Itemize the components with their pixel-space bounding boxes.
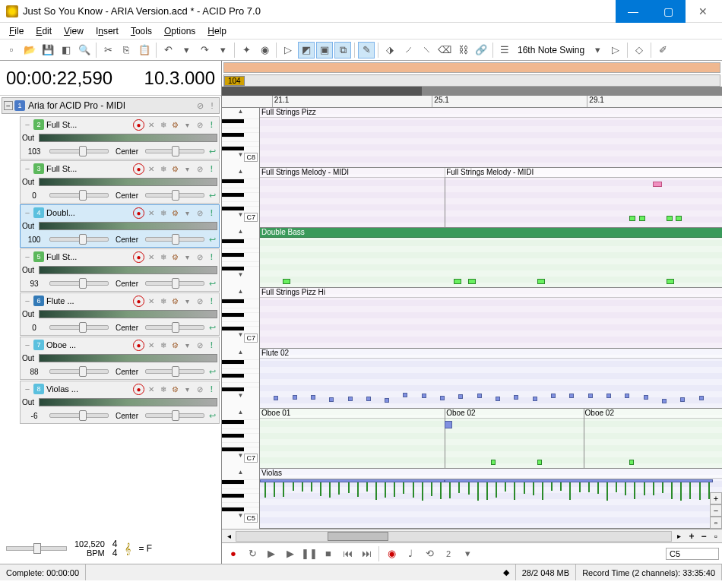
arm-record-icon[interactable]: ● <box>133 384 144 395</box>
hzoom-out[interactable]: − <box>698 531 710 542</box>
volume-slider[interactable] <box>49 413 109 418</box>
octave-down-icon[interactable]: ▼ <box>222 392 259 399</box>
redo-button[interactable]: ↷ <box>196 42 213 58</box>
mute-icon[interactable]: ⊘ <box>194 119 205 131</box>
pan-slider[interactable] <box>145 149 204 153</box>
track-row[interactable]: −5Full St...●✕❄⚙▾⊘!Out93Center↩ <box>20 248 220 292</box>
bus-header[interactable]: − 1 Aria for ACID Pro - MIDI ⊘ ! <box>2 97 220 114</box>
freeze-icon[interactable]: ❄ <box>157 251 169 263</box>
tool-pencil[interactable]: ✎ <box>358 42 375 58</box>
maximize-button[interactable]: ▢ <box>651 0 686 23</box>
input-icon[interactable]: ✕ <box>145 207 157 219</box>
solo-icon[interactable]: ! <box>206 251 217 263</box>
piano-roll-segment[interactable]: ▲▼ <box>222 228 259 288</box>
pan-value[interactable]: Center <box>113 236 141 244</box>
properties-button[interactable]: ◧ <box>58 42 74 58</box>
quantize-button[interactable]: ☰ <box>496 42 513 58</box>
clip-lane[interactable]: Oboe 01Oboe 02Oboe 02 <box>260 409 722 469</box>
clip-header[interactable]: Flute 02 <box>260 349 722 359</box>
mute-icon[interactable]: ⊘ <box>194 163 205 175</box>
fx-drop-icon[interactable]: ▾ <box>182 340 193 351</box>
arm-record-icon[interactable]: ● <box>133 340 144 351</box>
automation-icon[interactable]: ↩ <box>209 323 216 333</box>
pan-value[interactable]: Center <box>113 324 141 332</box>
clip-header[interactable]: Oboe 02 <box>584 409 722 419</box>
volume-slider[interactable] <box>49 281 109 286</box>
tool-time[interactable]: ⧉ <box>334 42 351 58</box>
fx-drop-icon[interactable]: ▾ <box>182 251 193 263</box>
marker-bar[interactable]: 104 <box>223 74 720 87</box>
collapse-icon[interactable]: − <box>22 340 33 350</box>
menu-view[interactable]: View <box>58 24 90 38</box>
clip-lane[interactable]: Double Bass <box>260 228 722 288</box>
clip-lane[interactable]: Flute 02 <box>260 349 722 409</box>
save-button[interactable]: 💾 <box>40 42 56 58</box>
collapse-icon[interactable]: − <box>22 207 33 218</box>
undo-drop[interactable]: ▾ <box>178 42 195 58</box>
menu-insert[interactable]: Insert <box>90 24 125 38</box>
octave-up-icon[interactable]: ▲ <box>222 409 259 416</box>
input-icon[interactable]: ✕ <box>145 163 157 175</box>
go-start-button[interactable]: ⏮ <box>339 545 356 562</box>
event-tool-3[interactable]: ⟍ <box>418 42 435 58</box>
time-ruler[interactable]: 21.125.129.1 <box>222 96 722 108</box>
track-name[interactable]: Flute ... <box>45 296 132 305</box>
paste-button[interactable]: 📋 <box>136 42 153 58</box>
fx-gear-icon[interactable]: ⚙ <box>169 251 181 263</box>
pan-value[interactable]: Center <box>113 280 141 288</box>
scroll-right[interactable]: ▸ <box>672 532 686 540</box>
vzoom-in[interactable]: + <box>710 492 722 504</box>
lock-env-button[interactable]: ◉ <box>256 42 273 58</box>
mute-icon[interactable]: ⊘ <box>194 207 205 219</box>
menu-file[interactable]: File <box>3 24 30 38</box>
mute-icon[interactable]: ⊘ <box>194 296 205 307</box>
track-row[interactable]: −8Violas ...●✕❄⚙▾⊘!Out-6Center↩ <box>20 381 220 424</box>
play-button[interactable]: ▶ <box>282 545 299 562</box>
clip-lane[interactable]: Full Strings Pizz Hi <box>260 288 722 348</box>
pan-slider[interactable] <box>145 413 204 418</box>
bus-name[interactable]: Aria for ACID Pro - MIDI <box>28 100 195 111</box>
erase-button[interactable]: ⌫ <box>436 42 453 58</box>
menu-options[interactable]: Options <box>158 24 201 38</box>
volume-value[interactable]: -6 <box>24 412 45 420</box>
track-name[interactable]: Full St... <box>45 164 132 173</box>
tool-paint[interactable]: ◩ <box>298 42 315 58</box>
loop-play-button[interactable]: ↻ <box>244 545 261 562</box>
input-icon[interactable]: ✕ <box>145 251 157 263</box>
octave-up-icon[interactable]: ▲ <box>222 228 259 235</box>
pan-slider[interactable] <box>145 369 204 374</box>
clip-header[interactable]: Double Bass <box>260 228 722 238</box>
clip-header[interactable]: Oboe 01 <box>260 409 445 419</box>
fx-gear-icon[interactable]: ⚙ <box>169 163 181 175</box>
solo-icon[interactable]: ! <box>206 207 217 219</box>
tempo-slider[interactable] <box>6 546 67 551</box>
pan-value[interactable]: Center <box>113 147 141 156</box>
pan-slider[interactable] <box>145 193 204 198</box>
scroll-track[interactable] <box>236 531 672 542</box>
close-button[interactable]: ✕ <box>686 0 720 23</box>
swing-edit[interactable]: ▷ <box>607 42 624 58</box>
fx-gear-icon[interactable]: ⚙ <box>169 119 181 131</box>
track-row[interactable]: −4Doubl...●✕❄⚙▾⊘!Out100Center↩ <box>20 204 220 248</box>
piano-roll-segment[interactable]: ▲C7▼ <box>222 288 259 348</box>
copy-button[interactable]: ⎘ <box>118 42 135 58</box>
fx-drop-icon[interactable]: ▾ <box>182 207 193 219</box>
collapse-icon[interactable]: − <box>22 251 33 262</box>
fx-drop-icon[interactable]: ▾ <box>182 296 193 307</box>
volume-value[interactable]: 103 <box>24 147 45 156</box>
help-button[interactable]: ✐ <box>654 42 671 58</box>
clip-header[interactable]: Full Strings Pizz Hi <box>260 288 722 298</box>
solo-icon[interactable]: ! <box>206 384 217 395</box>
marker-tool[interactable]: ◇ <box>631 42 648 58</box>
clip-lane[interactable]: Full Strings Melody - MIDIFull Strings M… <box>260 168 722 228</box>
swing-drop[interactable]: ▾ <box>589 42 606 58</box>
swing-label[interactable]: 16th Note Swing <box>515 45 587 55</box>
solo-icon[interactable]: ! <box>206 296 217 307</box>
volume-value[interactable]: 88 <box>24 368 45 376</box>
event-tool-1[interactable]: ⬗ <box>382 42 398 58</box>
fx-drop-icon[interactable]: ▾ <box>182 163 193 175</box>
volume-slider[interactable] <box>49 369 109 374</box>
freeze-icon[interactable]: ❄ <box>157 163 169 175</box>
automation-icon[interactable]: ↩ <box>209 147 216 156</box>
volume-slider[interactable] <box>49 325 109 330</box>
